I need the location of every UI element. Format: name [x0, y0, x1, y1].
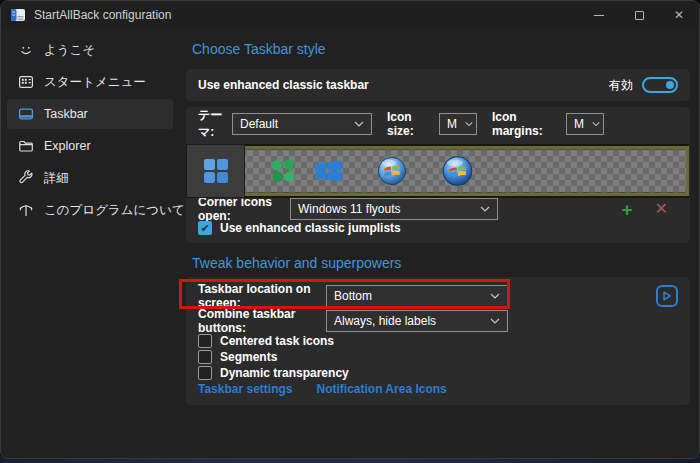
- chevron-down-icon: [490, 293, 500, 299]
- section-title-behavior: Tweak behavior and superpowers: [192, 255, 690, 271]
- dynamic-transparency-label: Dynamic transparency: [220, 366, 349, 380]
- taskbar-location-label: Taskbar location on screen:: [198, 282, 326, 310]
- sidebar-item-label: 詳細: [44, 170, 69, 187]
- enhanced-taskbar-label: Use enhanced classic taskbar: [198, 78, 369, 92]
- icon-size-select[interactable]: M: [439, 113, 477, 135]
- sidebar-item-label: このプログラムについて: [44, 202, 185, 219]
- play-icon: [662, 291, 672, 301]
- segments-checkbox[interactable]: [198, 350, 212, 364]
- window-controls: ✕: [579, 1, 699, 29]
- play-demo-button[interactable]: [656, 285, 678, 307]
- corner-icons-label: Corner icons open:: [198, 195, 290, 223]
- titlebar[interactable]: StartAllBack configuration ✕: [1, 1, 699, 29]
- taskbar-location-select[interactable]: Bottom: [326, 285, 508, 307]
- icon-size-label: Icon size:: [387, 110, 439, 138]
- green-clover-logo: [271, 159, 296, 184]
- jumplists-label: Use enhanced classic jumplists: [220, 221, 401, 235]
- style-option-classic-orb[interactable]: [442, 156, 473, 187]
- chevron-down-icon: [480, 206, 490, 212]
- windows-7-orb: [377, 156, 407, 186]
- taskbar-settings-link[interactable]: Taskbar settings: [198, 382, 292, 396]
- classic-windows-orb: [442, 156, 473, 187]
- theme-label: テーマ:: [198, 107, 232, 141]
- sidebar-item-about[interactable]: このプログラムについて: [7, 195, 173, 225]
- behavior-card: Taskbar location on screen: Bottom Combi…: [186, 277, 690, 405]
- chevron-down-icon: [465, 121, 473, 127]
- corner-icons-value: Windows 11 flyouts: [298, 202, 401, 216]
- about-icon: [17, 202, 34, 219]
- smiley-icon: [17, 42, 34, 59]
- toggle-state-label: 有効: [609, 77, 633, 94]
- maximize-button[interactable]: [619, 1, 659, 29]
- window-title: StartAllBack configuration: [34, 8, 171, 22]
- segments-label: Segments: [220, 350, 277, 364]
- wrench-icon: [17, 170, 34, 187]
- folder-icon: [17, 138, 34, 155]
- main-content: Choose Taskbar style Use enhanced classi…: [179, 29, 699, 458]
- close-button[interactable]: ✕: [659, 1, 699, 29]
- check-icon: ✔: [200, 222, 209, 235]
- theme-select[interactable]: Default: [232, 113, 372, 135]
- combine-buttons-value: Always, hide labels: [334, 314, 436, 328]
- windows-11-logo: [203, 158, 229, 184]
- sidebar: ようこそ スタートメニュー: [1, 29, 179, 458]
- minimize-button[interactable]: [579, 1, 619, 29]
- dynamic-transparency-checkbox[interactable]: [198, 366, 212, 380]
- sidebar-item-advanced[interactable]: 詳細: [7, 163, 173, 193]
- style-option-windows-11[interactable]: [187, 145, 244, 197]
- sidebar-item-label: スタートメニュー: [44, 74, 146, 91]
- maximize-icon: [635, 11, 644, 20]
- icon-margins-value: M: [574, 117, 584, 131]
- sidebar-item-label: Taskbar: [44, 107, 88, 121]
- chevron-down-icon: [354, 121, 364, 127]
- toggle-knob: [666, 81, 674, 89]
- section-title-style: Choose Taskbar style: [192, 41, 690, 57]
- style-option-windows-8[interactable]: [315, 161, 342, 182]
- app-icon: [10, 7, 26, 23]
- remove-button[interactable]: ✕: [655, 201, 668, 217]
- taskbar-style-preview-strip: [187, 144, 689, 198]
- sidebar-item-welcome[interactable]: ようこそ: [7, 35, 173, 65]
- theme-value: Default: [240, 117, 278, 131]
- close-icon: ✕: [674, 8, 684, 22]
- style-option-green-clover[interactable]: [271, 159, 296, 184]
- icon-margins-select[interactable]: M: [566, 113, 604, 135]
- start-menu-icon: [17, 74, 34, 91]
- chevron-down-icon: [592, 121, 600, 127]
- style-option-windows-7-orb[interactable]: [377, 156, 407, 186]
- enhanced-taskbar-toggle[interactable]: [642, 77, 678, 93]
- startallback-window: StartAllBack configuration ✕ ようこそ: [0, 0, 700, 459]
- sidebar-item-label: ようこそ: [44, 42, 95, 59]
- taskbar-location-value: Bottom: [334, 289, 372, 303]
- add-button[interactable]: +: [621, 200, 632, 219]
- taskbar-style-card: テーマ: Default Icon size: M Icon margins: …: [186, 107, 690, 243]
- icon-size-value: M: [447, 117, 457, 131]
- combine-buttons-label: Combine taskbar buttons:: [198, 307, 326, 335]
- centered-icons-checkbox[interactable]: [198, 334, 212, 348]
- icon-margins-label: Icon margins:: [492, 110, 566, 138]
- combine-buttons-select[interactable]: Always, hide labels: [326, 310, 508, 332]
- jumplists-checkbox[interactable]: ✔: [198, 221, 212, 235]
- taskbar-icon: [17, 106, 34, 123]
- sidebar-item-taskbar[interactable]: Taskbar: [7, 99, 173, 129]
- centered-icons-label: Centered task icons: [220, 334, 334, 348]
- notification-area-icons-link[interactable]: Notification Area Icons: [316, 382, 446, 396]
- corner-icons-select[interactable]: Windows 11 flyouts: [290, 198, 498, 220]
- windows-8-logo: [315, 161, 342, 182]
- sidebar-item-explorer[interactable]: Explorer: [7, 131, 173, 161]
- sidebar-item-startmenu[interactable]: スタートメニュー: [7, 67, 173, 97]
- chevron-down-icon: [490, 318, 500, 324]
- minimize-icon: [594, 15, 604, 16]
- enhanced-taskbar-row: Use enhanced classic taskbar 有効: [186, 69, 690, 101]
- sidebar-item-label: Explorer: [44, 139, 91, 153]
